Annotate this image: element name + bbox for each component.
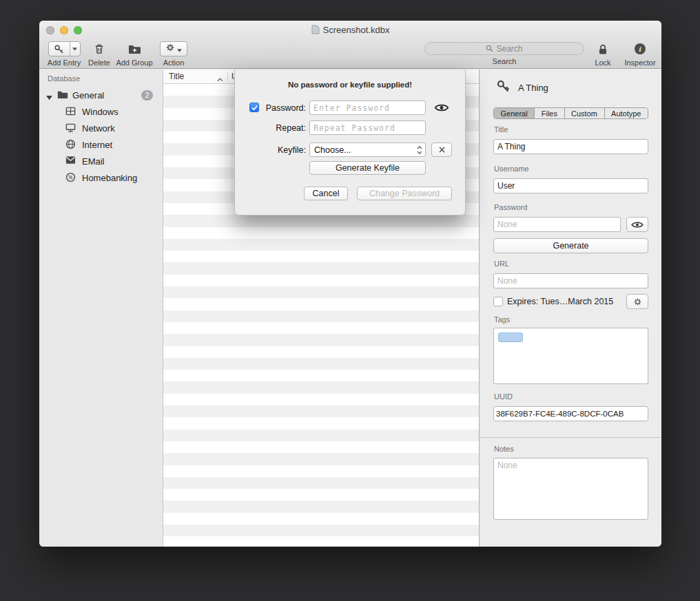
sidebar-item-label: EMail <box>82 156 105 167</box>
column-divider[interactable] <box>227 72 228 81</box>
url-field[interactable] <box>493 273 648 288</box>
sidebar-item-windows[interactable]: Windows <box>39 104 163 119</box>
count-badge: 2 <box>141 90 153 101</box>
inspector-button[interactable]: i Inspector <box>619 41 661 67</box>
chevron-down-icon <box>177 43 182 55</box>
expires-label: Expires: Tues…March 2015 <box>507 297 613 306</box>
tab-custom[interactable]: Custom <box>564 108 604 118</box>
reveal-password-button[interactable] <box>626 217 648 232</box>
tag-chip[interactable] <box>498 333 523 342</box>
window-title: Screenshot.kdbx <box>39 21 661 39</box>
sidebar-item-label: Homebanking <box>82 173 137 183</box>
title-field-label: Title <box>494 125 508 134</box>
tab-general[interactable]: General <box>494 108 534 118</box>
generate-password-button[interactable]: Generate <box>493 238 648 253</box>
disclosure-triangle-icon[interactable] <box>46 92 52 103</box>
add-entry-button[interactable]: Add Entry <box>44 41 84 67</box>
sidebar-item-network[interactable]: Network <box>39 120 163 136</box>
uuid-field[interactable] <box>493 406 648 421</box>
inspector-panel: A Thing General Files Custom Autotype Ti… <box>479 70 661 547</box>
expires-settings-button[interactable] <box>626 294 648 309</box>
stepper-icon <box>417 145 422 157</box>
inspector-divider <box>480 437 661 438</box>
username-field-label: Username <box>494 165 529 173</box>
chevron-down-icon[interactable] <box>70 42 80 56</box>
column-header-title[interactable]: Title <box>169 72 184 81</box>
action-label: Action <box>158 59 189 67</box>
add-entry-label: Add Entry <box>44 59 84 67</box>
close-x-icon <box>438 146 446 154</box>
document-icon <box>311 25 320 34</box>
delete-label: Delete <box>85 59 113 67</box>
envelope-icon <box>65 156 76 167</box>
dialog-message: No password or keyfile supplied! <box>235 81 465 89</box>
window-title-text: Screenshot.kdbx <box>323 25 390 35</box>
tab-autotype[interactable]: Autotype <box>604 108 648 118</box>
expires-checkbox[interactable] <box>493 297 503 306</box>
password-checkbox[interactable] <box>249 103 259 112</box>
delete-button[interactable]: Delete <box>85 41 113 67</box>
action-button[interactable]: Action <box>158 41 189 67</box>
folder-plus-icon <box>114 41 154 56</box>
app-window: Screenshot.kdbx Add Entry Delete <box>39 21 661 547</box>
reveal-password-button[interactable] <box>432 101 451 114</box>
sidebar-item-internet[interactable]: Internet <box>39 137 163 152</box>
sidebar-item-email[interactable]: EMail <box>39 154 163 169</box>
key-icon <box>496 79 510 96</box>
change-password-button[interactable]: Change Password <box>357 187 452 200</box>
folder-icon <box>57 89 68 101</box>
notes-label: Notes <box>494 445 514 453</box>
eye-icon <box>631 221 644 229</box>
repeat-label: Repeat: <box>261 123 306 133</box>
username-field[interactable] <box>493 178 648 193</box>
clear-keyfile-button[interactable] <box>431 143 452 157</box>
search-input[interactable]: Search <box>424 42 584 55</box>
password-field-label: Password <box>494 203 527 211</box>
eye-icon <box>434 103 449 112</box>
gear-icon <box>633 297 642 306</box>
windows-icon <box>65 106 76 118</box>
sidebar-item-label: Network <box>82 123 115 134</box>
uuid-label: UUID <box>494 392 513 401</box>
password-label: Password: <box>261 103 306 113</box>
add-group-label: Add Group <box>114 59 154 67</box>
lock-icon <box>589 41 617 56</box>
check-icon <box>251 104 258 112</box>
sidebar-section-header: Database <box>48 74 80 83</box>
globe-icon <box>65 139 76 151</box>
repeat-input[interactable] <box>309 120 426 135</box>
generate-keyfile-button[interactable]: Generate Keyfile <box>309 161 426 175</box>
tags-label: Tags <box>494 315 510 324</box>
inspector-tabs: General Files Custom Autotype <box>493 107 648 119</box>
lock-button[interactable]: Lock <box>589 41 617 67</box>
keyfile-label: Keyfile: <box>261 145 306 155</box>
lock-label: Lock <box>589 59 617 67</box>
search-area: Search Search <box>424 41 584 65</box>
keyfile-popup[interactable]: Choose... <box>309 143 426 157</box>
sidebar: Database General 2 Windows Network <box>39 70 163 547</box>
search-label: Search <box>424 57 584 65</box>
sidebar-item-homebanking[interactable]: Homebanking <box>39 170 163 185</box>
tab-files[interactable]: Files <box>534 108 564 118</box>
inspector-label: Inspector <box>619 59 661 67</box>
url-field-label: URL <box>494 260 509 268</box>
sidebar-item-label: General <box>72 90 104 101</box>
sidebar-item-label: Internet <box>82 140 112 150</box>
add-group-button[interactable]: Add Group <box>114 41 154 67</box>
sidebar-item-label: Windows <box>82 107 119 117</box>
search-placeholder: Search <box>496 44 522 54</box>
entry-title: A Thing <box>518 83 548 93</box>
title-field[interactable] <box>493 139 648 154</box>
change-password-dialog: No password or keyfile supplied! Passwor… <box>234 70 466 215</box>
coin-icon <box>65 172 76 184</box>
tags-box[interactable] <box>493 328 648 384</box>
notes-field[interactable] <box>493 458 648 520</box>
sidebar-item-general[interactable]: General 2 <box>39 87 163 103</box>
window-chrome: Screenshot.kdbx Add Entry Delete <box>39 21 661 69</box>
cancel-button[interactable]: Cancel <box>304 187 348 200</box>
trash-icon <box>85 41 113 56</box>
keyfile-popup-value: Choose... <box>314 145 351 155</box>
password-input[interactable] <box>309 101 426 115</box>
gear-icon <box>165 43 175 55</box>
password-field[interactable] <box>493 217 621 232</box>
